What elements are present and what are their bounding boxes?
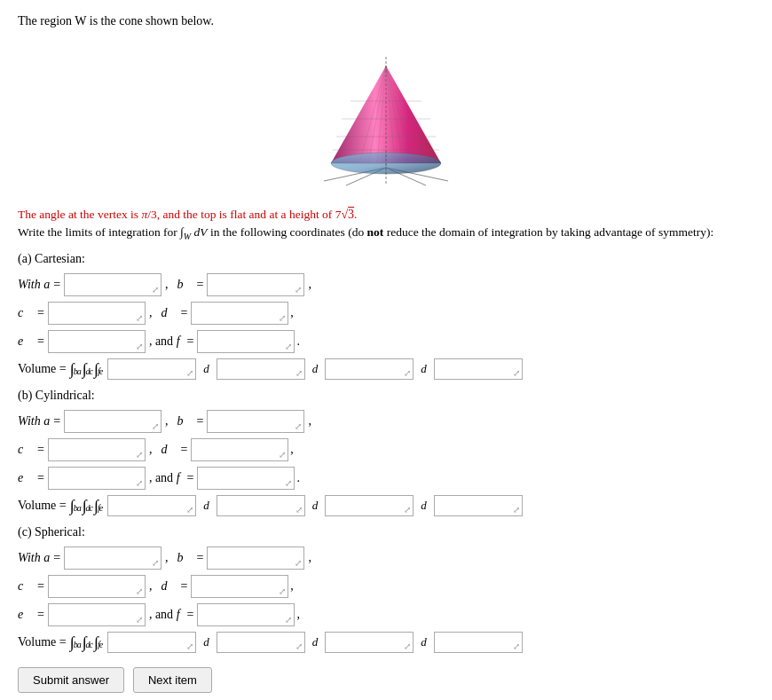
cylindrical-ab-row: With a = ⤢ , b = ⤢ , <box>18 410 754 433</box>
angle-text-main: The angle at the vertex is π/3, and the … <box>18 208 357 221</box>
cartesian-vol-input2[interactable]: ⤢ <box>217 358 305 380</box>
cylindrical-e-input[interactable]: ⤢ <box>48 467 146 490</box>
spherical-f-input[interactable]: ⤢ <box>197 603 295 626</box>
cylindrical-volume-label: Volume = <box>18 499 67 513</box>
resize-icon-cd: ⤢ <box>279 313 286 323</box>
resize-icon-yv3: ⤢ <box>404 505 411 515</box>
resize-icon-sf: ⤢ <box>285 615 292 625</box>
cartesian-ef-row: e = ⤢ , and f = ⤢ . <box>18 330 754 353</box>
spherical-ab-row: With a = ⤢ , b = ⤢ , <box>18 547 754 570</box>
cylindrical-volume-row: Volume = ∫b a ∫d c ∫f e ⤢ d ⤢ d ⤢ d ⤢ <box>18 495 754 516</box>
resize-icon-yf: ⤢ <box>285 478 292 488</box>
resize-icon-sa: ⤢ <box>152 558 159 568</box>
cartesian-with-a-label: With a <box>18 278 50 292</box>
spherical-b-input[interactable]: ⤢ <box>207 547 304 570</box>
cylindrical-d2-label: d <box>312 499 319 513</box>
cartesian-label: (a) Cartesian: <box>18 252 754 266</box>
spherical-vol-input3[interactable]: ⤢ <box>325 632 414 653</box>
cylindrical-b-label: b <box>177 414 193 429</box>
cylindrical-vol-input3[interactable]: ⤢ <box>325 495 414 516</box>
cylindrical-vol-input4[interactable]: ⤢ <box>434 495 523 516</box>
spherical-ef-row: e = ⤢ , and f = ⤢ , <box>18 603 754 626</box>
resize-icon-cb: ⤢ <box>295 285 302 295</box>
cylindrical-d3-label: d <box>421 499 427 513</box>
cylindrical-c-label: c <box>18 443 34 457</box>
section-spherical: (c) Spherical: With a = ⤢ , b = ⤢ , c = … <box>18 525 754 653</box>
spherical-vol-input1[interactable]: ⤢ <box>107 632 196 653</box>
cylindrical-b-input[interactable]: ⤢ <box>207 410 304 433</box>
cartesian-d1-label: d <box>203 362 209 376</box>
spherical-d-label: d <box>161 579 177 594</box>
next-item-button[interactable]: Next item <box>133 667 212 693</box>
section-cylindrical: (b) Cylindrical: With a = ⤢ , b = ⤢ , c … <box>18 389 754 516</box>
spherical-integral-notation: ∫b a ∫d c ∫f e <box>70 634 105 650</box>
spherical-d1-label: d <box>203 635 209 649</box>
resize-icon-ya: ⤢ <box>152 421 159 431</box>
cartesian-f-input[interactable]: ⤢ <box>197 330 295 353</box>
spherical-c-input[interactable]: ⤢ <box>48 575 146 598</box>
cylindrical-d1-label: d <box>203 499 209 513</box>
cylindrical-a-input[interactable]: ⤢ <box>64 410 161 433</box>
spherical-volume-label: Volume = <box>18 635 67 649</box>
spherical-with-a-label: With a <box>18 551 50 565</box>
cylindrical-c-input[interactable]: ⤢ <box>48 438 146 461</box>
resize-icon-cv2: ⤢ <box>295 368 303 378</box>
cartesian-d-label: d <box>161 306 177 320</box>
cartesian-c-label: c <box>18 306 34 320</box>
resize-icon-sd: ⤢ <box>279 586 286 596</box>
cartesian-d2-label: d <box>312 362 319 376</box>
resize-icon-cv3: ⤢ <box>404 368 411 378</box>
cartesian-b-label: b <box>177 278 193 292</box>
cylindrical-vol-input1[interactable]: ⤢ <box>107 495 196 516</box>
resize-icon-ce: ⤢ <box>136 342 143 351</box>
resize-icon-cv1: ⤢ <box>186 368 193 378</box>
resize-icon-cv4: ⤢ <box>513 368 520 378</box>
cartesian-volume-label: Volume = <box>18 362 67 376</box>
section-cartesian: (a) Cartesian: With a = ⤢ , b = ⤢ , c = … <box>18 252 754 380</box>
cartesian-vol-input4[interactable]: ⤢ <box>434 358 523 380</box>
cylindrical-f-input[interactable]: ⤢ <box>197 467 295 490</box>
cartesian-d-input[interactable]: ⤢ <box>191 302 288 325</box>
spherical-vol-input4[interactable]: ⤢ <box>434 632 523 653</box>
cylindrical-d-label: d <box>161 443 177 457</box>
resize-icon-se: ⤢ <box>136 615 143 625</box>
resize-icon-ye: ⤢ <box>136 478 143 488</box>
cartesian-vol-input1[interactable]: ⤢ <box>107 358 196 380</box>
resize-icon-sv1: ⤢ <box>186 641 193 651</box>
intro-text: The region W is the cone shown below. <box>18 14 754 28</box>
resize-icon-cc: ⤢ <box>136 313 143 323</box>
cartesian-b-input[interactable]: ⤢ <box>207 273 304 296</box>
cone-image <box>18 39 754 193</box>
cartesian-ab-row: With a = ⤢ , b = ⤢ , <box>18 273 754 296</box>
spherical-e-label: e <box>18 608 34 622</box>
submit-button[interactable]: Submit answer <box>18 667 124 693</box>
cylindrical-vol-input2[interactable]: ⤢ <box>217 495 305 516</box>
spherical-e-input[interactable]: ⤢ <box>48 603 146 626</box>
cylindrical-ef-row: e = ⤢ , and f = ⤢ . <box>18 467 754 490</box>
resize-icon-sb: ⤢ <box>295 558 302 568</box>
cylindrical-with-a-label: With a <box>18 414 50 429</box>
spherical-c-label: c <box>18 579 34 594</box>
resize-icon-yc: ⤢ <box>136 450 143 460</box>
action-buttons: Submit answer Next item <box>18 667 754 693</box>
spherical-d-input[interactable]: ⤢ <box>191 575 288 598</box>
angle-description: The angle at the vertex is π/3, and the … <box>18 208 754 222</box>
spherical-vol-input2[interactable]: ⤢ <box>217 632 305 653</box>
spherical-d3-label: d <box>421 635 427 649</box>
resize-icon-yv1: ⤢ <box>186 505 193 515</box>
cylindrical-label: (b) Cylindrical: <box>18 389 754 403</box>
cartesian-cd-row: c = ⤢ , d = ⤢ , <box>18 302 754 325</box>
cartesian-d3-label: d <box>421 362 427 376</box>
cartesian-vol-input3[interactable]: ⤢ <box>325 358 414 380</box>
cartesian-c-input[interactable]: ⤢ <box>48 302 146 325</box>
cylindrical-cd-row: c = ⤢ , d = ⤢ , <box>18 438 754 461</box>
resize-icon-sv3: ⤢ <box>404 641 411 651</box>
spherical-a-input[interactable]: ⤢ <box>64 547 161 570</box>
cartesian-e-label: e <box>18 334 34 349</box>
cartesian-e-input[interactable]: ⤢ <box>48 330 146 353</box>
spherical-d2-label: d <box>312 635 319 649</box>
resize-icon-ca: ⤢ <box>152 285 159 295</box>
resize-icon-sv4: ⤢ <box>513 641 520 651</box>
cylindrical-d-input[interactable]: ⤢ <box>191 438 288 461</box>
cartesian-a-input[interactable]: ⤢ <box>64 273 161 296</box>
